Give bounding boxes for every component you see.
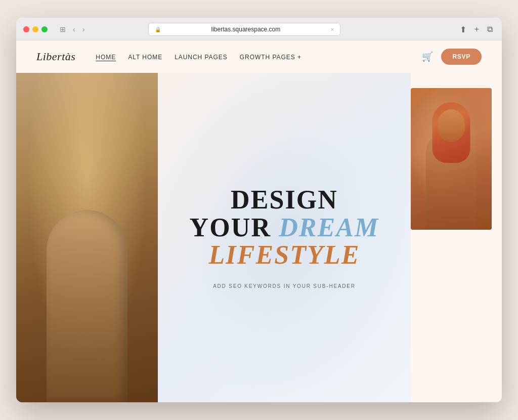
- lock-icon: 🔒: [155, 27, 161, 32]
- address-bar[interactable]: 🔒 libertas.squarespace.com ×: [148, 23, 340, 36]
- site-nav: Libertàs HOME ALT HOME LAUNCH PAGES GROW…: [16, 40, 502, 73]
- browser-chrome: ⊞ ‹ › 🔒 libertas.squarespace.com × ⬆ + ⧉: [16, 18, 502, 40]
- nav-links: HOME ALT HOME LAUNCH PAGES GROWTH PAGES …: [96, 52, 422, 61]
- minimize-traffic-light[interactable]: [32, 26, 38, 32]
- right-photo-head: [438, 109, 465, 142]
- nav-link-home[interactable]: HOME: [96, 54, 116, 61]
- headline-dream: DREAM: [279, 213, 379, 242]
- hero-section: DESIGN YOUR DREAM LIFESTYLE ADD SEO KEYW…: [16, 73, 502, 402]
- tab-overview-button[interactable]: ⧉: [485, 24, 495, 35]
- nav-link-alt-home[interactable]: ALT HOME: [128, 54, 162, 61]
- website-content: Libertàs HOME ALT HOME LAUNCH PAGES GROW…: [16, 40, 502, 402]
- url-text: libertas.squarespace.com: [164, 26, 328, 33]
- rsvp-button[interactable]: RSVP: [441, 49, 482, 65]
- browser-controls: ⊞ ‹ ›: [58, 24, 87, 34]
- hero-right-image: [411, 73, 502, 402]
- hero-center: DESIGN YOUR DREAM LIFESTYLE ADD SEO KEYW…: [158, 73, 411, 402]
- close-tab-button[interactable]: ×: [331, 26, 334, 32]
- share-button[interactable]: ⬆: [458, 24, 468, 35]
- hero-headline: DESIGN YOUR DREAM LIFESTYLE: [190, 186, 379, 269]
- nav-link-growth-pages[interactable]: GROWTH PAGES +: [240, 54, 301, 61]
- cart-icon[interactable]: 🛒: [422, 51, 433, 62]
- back-button[interactable]: ‹: [71, 24, 77, 34]
- window-tile-button[interactable]: ⊞: [58, 24, 68, 34]
- headline-your-dream: YOUR DREAM: [190, 214, 379, 242]
- fullscreen-traffic-light[interactable]: [41, 26, 48, 32]
- browser-actions: ⬆ + ⧉: [458, 24, 495, 35]
- traffic-lights: [23, 26, 48, 32]
- new-tab-button[interactable]: +: [472, 24, 481, 35]
- hero-left-image: [16, 73, 158, 402]
- browser-window: ⊞ ‹ › 🔒 libertas.squarespace.com × ⬆ + ⧉…: [16, 18, 502, 402]
- right-photo: [411, 88, 492, 230]
- hero-subheader: ADD SEO KEYWORDS IN YOUR SUB-HEADER: [213, 283, 356, 289]
- nav-link-launch-pages[interactable]: LAUNCH PAGES: [175, 54, 228, 61]
- headline-design: DESIGN: [190, 186, 379, 214]
- headline-lifestyle: LIFESTYLE: [190, 241, 379, 269]
- site-logo[interactable]: Libertàs: [36, 50, 75, 63]
- forward-button[interactable]: ›: [80, 24, 87, 34]
- close-traffic-light[interactable]: [23, 26, 29, 32]
- nav-right: 🛒 RSVP: [422, 49, 482, 65]
